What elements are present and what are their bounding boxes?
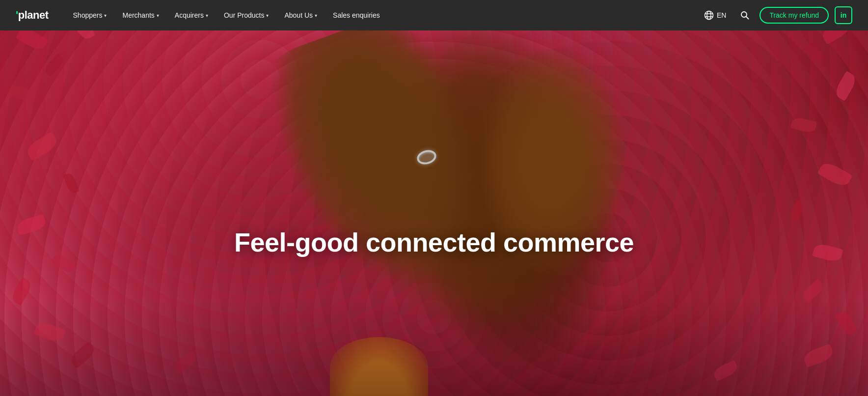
language-selector[interactable]: EN: [700, 8, 730, 22]
hero-text-container: Feel-good connected commerce: [234, 227, 634, 257]
globe-icon: [704, 10, 714, 20]
nav-links: Shoppers ▾ Merchants ▾ Acquirers ▾ Our P…: [66, 7, 700, 23]
hero-background: [0, 0, 868, 396]
linkedin-button[interactable]: in: [835, 6, 852, 24]
brand-name: planet: [18, 9, 49, 21]
hero-section: Feel-good connected commerce: [0, 0, 868, 396]
hero-headline: Feel-good connected commerce: [234, 227, 634, 257]
chevron-down-icon: ▾: [266, 13, 269, 18]
nav-item-our-products[interactable]: Our Products ▾: [217, 7, 275, 23]
hero-face: [455, 49, 651, 295]
nav-item-sales-enquiries[interactable]: Sales enquiries: [326, 7, 387, 23]
search-button[interactable]: [736, 8, 754, 22]
nav-item-acquirers[interactable]: Acquirers ▾: [168, 7, 215, 23]
track-refund-button[interactable]: Track my refund: [760, 7, 829, 24]
svg-line-5: [746, 17, 749, 19]
language-code: EN: [717, 11, 726, 19]
linkedin-icon: in: [841, 11, 846, 19]
chevron-down-icon: ▾: [104, 13, 107, 18]
nav-item-shoppers[interactable]: Shoppers ▾: [66, 7, 114, 23]
nav-item-merchants[interactable]: Merchants ▾: [115, 7, 165, 23]
brand-logo[interactable]: 'planet: [16, 9, 49, 22]
chevron-down-icon: ▾: [206, 13, 208, 18]
hero-bottom-gradient: [0, 298, 868, 396]
search-icon: [740, 10, 750, 20]
svg-point-1: [707, 11, 711, 20]
nav-item-about-us[interactable]: About Us ▾: [277, 7, 324, 23]
nav-right: EN Track my refund in: [700, 6, 852, 24]
chevron-down-icon: ▾: [315, 13, 317, 18]
chevron-down-icon: ▾: [157, 13, 159, 18]
navbar: 'planet Shoppers ▾ Merchants ▾ Acquirers…: [0, 0, 868, 30]
svg-point-0: [705, 11, 713, 20]
